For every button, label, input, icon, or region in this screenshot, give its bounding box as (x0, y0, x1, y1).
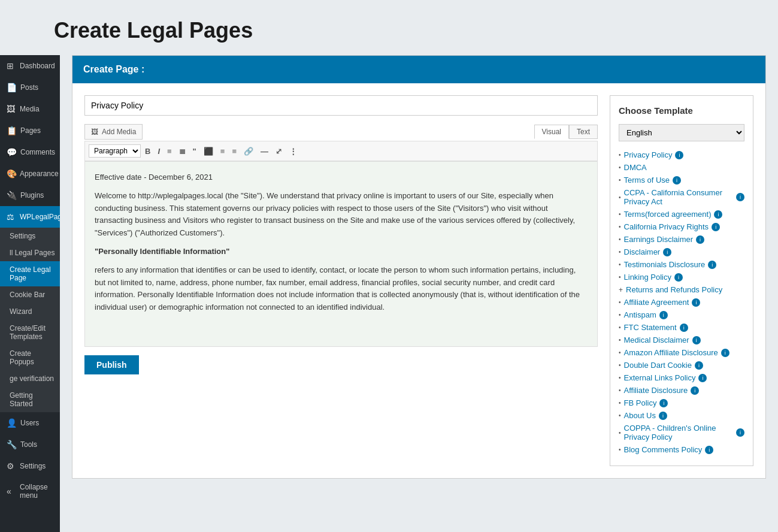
template-list-item[interactable]: California Privacy Rightsi (619, 220, 744, 233)
template-list-item[interactable]: FB Policyi (619, 397, 744, 409)
sidebar-item-appearance[interactable]: 🎨 Appearance (0, 163, 60, 185)
sidebar-label: Collapse menu (20, 483, 55, 500)
info-icon[interactable]: i (659, 399, 668, 407)
template-list-item[interactable]: Affiliate Disclosurei (619, 384, 744, 397)
fullscreen-button[interactable]: ⤢ (273, 146, 285, 157)
info-icon[interactable]: i (695, 361, 703, 370)
template-list-item[interactable]: Linking Policyi (619, 271, 744, 283)
template-list-item[interactable]: Affiliate Agreementi (619, 296, 744, 309)
template-list-item[interactable]: Earnings Disclaimeri (619, 233, 744, 246)
ul-button[interactable]: ≡ (164, 146, 175, 157)
sidebar-item-collapse[interactable]: « Collapse menu (0, 477, 60, 506)
template-item-label: Double Dart Cookie (624, 361, 692, 370)
align-left-button[interactable]: ⬛ (201, 146, 216, 157)
info-icon[interactable]: i (714, 210, 722, 219)
info-icon[interactable]: i (692, 336, 701, 344)
info-icon[interactable]: i (736, 428, 744, 437)
add-media-icon: 🖼 (91, 128, 98, 136)
template-list-item[interactable]: Privacy Policyi (619, 149, 744, 161)
template-list-item[interactable]: Terms(forced agreement)i (619, 208, 744, 220)
page-title: Create Legal Pages (54, 18, 724, 43)
template-list-item[interactable]: Testimonials Disclosurei (619, 258, 744, 271)
info-icon[interactable]: i (674, 273, 683, 282)
format-select[interactable]: Paragraph (89, 144, 141, 158)
sidebar-label: Appearance (20, 170, 59, 178)
sidebar-item-wplegalpages[interactable]: ⚖ WPLegalPages (0, 206, 60, 228)
submenu-wizard[interactable]: Wizard (0, 303, 60, 320)
kitchen-sink-button[interactable]: ⋮ (286, 146, 300, 157)
template-list-item[interactable]: Blog Comments Policyi (619, 443, 744, 456)
info-icon[interactable]: i (691, 386, 699, 395)
submenu-age-verification[interactable]: ge verification (0, 370, 60, 387)
template-list-item[interactable]: CCPA - California Consumer Privacy Acti (619, 186, 744, 208)
info-icon[interactable]: i (675, 151, 683, 159)
blockquote-button[interactable]: " (190, 146, 199, 157)
info-icon[interactable]: i (696, 235, 704, 244)
template-item-label: FB Policy (624, 398, 657, 407)
sidebar-item-posts[interactable]: 📄 Posts (0, 77, 60, 98)
sidebar-label: Plugins (20, 191, 44, 200)
template-list-item[interactable]: Amazon Affiliate Disclosurei (619, 346, 744, 359)
submenu-cookie-bar[interactable]: Cookie Bar (0, 286, 60, 303)
sidebar-item-dashboard[interactable]: ⊞ Dashboard (0, 55, 60, 77)
submenu-create-popups[interactable]: Create Popups (0, 345, 60, 370)
template-list-item[interactable]: About Usi (619, 409, 744, 422)
publish-button[interactable]: Publish (84, 355, 139, 374)
sidebar-item-settings[interactable]: ⚙ Settings (0, 455, 60, 477)
info-icon[interactable]: i (698, 374, 707, 382)
submenu-create-legal-page[interactable]: Create Legal Page (0, 261, 60, 286)
info-icon[interactable]: i (663, 248, 671, 256)
create-page-panel: Create Page : 🖼 Add Media Visual (72, 55, 766, 479)
template-item-label: Privacy Policy (624, 150, 673, 159)
bold-button[interactable]: B (142, 146, 153, 157)
info-icon[interactable]: i (708, 261, 716, 269)
info-icon[interactable]: i (712, 223, 720, 231)
sidebar-item-tools[interactable]: 🔧 Tools (0, 434, 60, 455)
info-icon[interactable]: i (659, 311, 668, 319)
horizontal-rule-button[interactable]: — (258, 146, 271, 157)
tab-visual[interactable]: Visual (534, 125, 569, 139)
info-icon[interactable]: i (673, 176, 681, 185)
align-center-button[interactable]: ≡ (217, 146, 228, 157)
sidebar-item-pages[interactable]: 📋 Pages (0, 120, 60, 141)
language-select[interactable]: English (619, 124, 744, 141)
submenu-settings[interactable]: Settings (0, 228, 60, 244)
template-list-item[interactable]: DMCA (619, 161, 744, 174)
add-media-button[interactable]: 🖼 Add Media (84, 124, 143, 140)
template-list-item[interactable]: External Links Policyi (619, 371, 744, 384)
tab-text[interactable]: Text (569, 125, 598, 139)
submenu-getting-started[interactable]: Getting Started (0, 387, 60, 412)
template-list-item[interactable]: Medical Disclaimeri (619, 334, 744, 346)
sidebar-item-media[interactable]: 🖼 Media (0, 98, 60, 120)
template-list-item[interactable]: FTC Statementi (619, 321, 744, 334)
italic-button[interactable]: I (155, 146, 163, 157)
template-list-item[interactable]: Antispami (619, 309, 744, 321)
template-list-item[interactable]: Disclaimeri (619, 246, 744, 258)
editor-area[interactable]: Effective date - December 6, 2021 Welcom… (84, 161, 598, 347)
template-list-item[interactable]: COPPA - Children's Online Privacy Policy… (619, 422, 744, 443)
template-list-item[interactable]: Returns and Refunds Policy (619, 283, 744, 296)
info-icon[interactable]: i (680, 324, 688, 332)
template-panel: Choose Template English Privacy PolicyiD… (610, 95, 753, 466)
ol-button[interactable]: ≣ (176, 146, 189, 157)
template-list-item[interactable]: Terms of Usei (619, 174, 744, 186)
info-icon[interactable]: i (721, 349, 729, 357)
align-right-button[interactable]: ≡ (229, 146, 240, 157)
sidebar-label: Settings (20, 462, 46, 470)
sidebar-item-plugins[interactable]: 🔌 Plugins (0, 185, 60, 206)
template-item-label: COPPA - Children's Online Privacy Policy (624, 424, 733, 442)
page-title-input[interactable] (84, 95, 598, 116)
sidebar-item-comments[interactable]: 💬 Comments (0, 141, 60, 163)
info-icon[interactable]: i (692, 298, 700, 307)
submenu-create-edit-templates[interactable]: Create/Edit Templates (0, 320, 60, 345)
panel-body: 🖼 Add Media Visual Text Paragraph (72, 83, 765, 478)
content-area: Create Page : 🖼 Add Media Visual (60, 55, 778, 532)
info-icon[interactable]: i (736, 193, 744, 201)
template-list-item[interactable]: Double Dart Cookiei (619, 359, 744, 371)
submenu-all-legal-pages[interactable]: ll Legal Pages (0, 244, 60, 261)
info-icon[interactable]: i (705, 446, 713, 454)
link-button[interactable]: 🔗 (241, 146, 256, 157)
info-icon[interactable]: i (659, 412, 667, 420)
sidebar: ⊞ Dashboard 📄 Posts 🖼 Media 📋 Pages 💬 Co… (0, 55, 60, 532)
sidebar-item-users[interactable]: 👤 Users (0, 412, 60, 434)
